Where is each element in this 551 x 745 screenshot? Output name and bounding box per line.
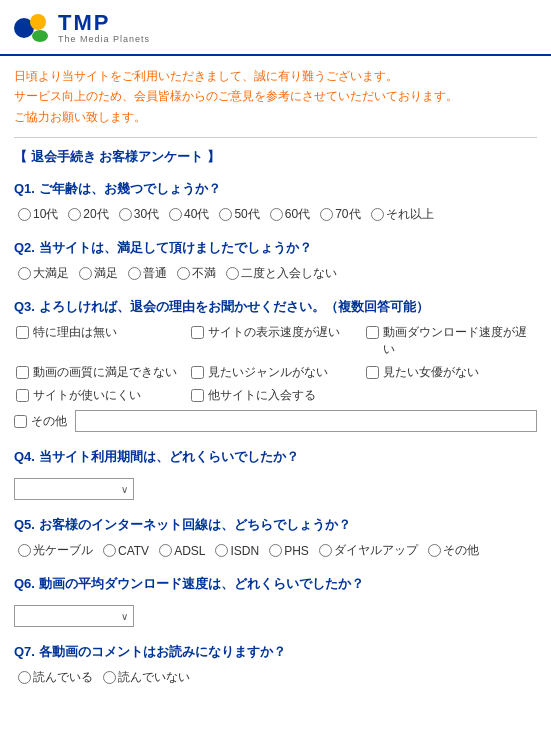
question-q5: Q5. お客様のインターネット回線は、どちらでしょうか？ 光ケーブル CATV … [0, 510, 551, 569]
q7-option-1[interactable]: 読んでいる [18, 669, 93, 686]
divider [14, 137, 537, 138]
svg-point-2 [32, 30, 48, 42]
q4-select[interactable]: 1ヶ月未満 1〜3ヶ月 3〜6ヶ月 6ヶ月〜1年 1年以上 [14, 478, 134, 500]
q5-option-5[interactable]: PHS [269, 544, 309, 558]
q2-label: Q2. 当サイトは、満足して頂けましたでしょうか？ [14, 239, 537, 257]
q5-radio-3[interactable] [159, 544, 172, 557]
q2-option-5[interactable]: 二度と入会しない [226, 265, 337, 282]
question-q3: Q3. よろしければ、退会の理由をお聞かせください。（複数回答可能） 特に理由は… [0, 292, 551, 442]
q3-check-7[interactable] [16, 389, 29, 402]
q3-check-3[interactable] [366, 326, 379, 339]
q3-option-5[interactable]: 見たいジャンルがない [191, 364, 362, 381]
q4-label: Q4. 当サイト利用期間は、どれくらいでしたか？ [14, 448, 537, 466]
q3-option-3[interactable]: 動画ダウンロード速度が遅い [366, 324, 537, 358]
q7-label: Q7. 各動画のコメントはお読みになりますか？ [14, 643, 537, 661]
q3-option-6[interactable]: 見たい女優がない [366, 364, 537, 381]
q1-option-6[interactable]: 60代 [270, 206, 310, 223]
q1-radio-group: 10代 20代 30代 40代 50代 60代 70代 それ以上 [14, 206, 537, 223]
q5-radio-group: 光ケーブル CATV ADSL ISDN PHS ダイヤルアップ その他 [14, 542, 537, 559]
q2-option-1[interactable]: 大満足 [18, 265, 69, 282]
question-q2: Q2. 当サイトは、満足して頂けましたでしょうか？ 大満足 満足 普通 不満 二… [0, 233, 551, 292]
q3-other-row: その他 [14, 410, 537, 432]
q5-radio-2[interactable] [103, 544, 116, 557]
q2-radio-2[interactable] [79, 267, 92, 280]
q4-select-wrap: 1ヶ月未満 1〜3ヶ月 3〜6ヶ月 6ヶ月〜1年 1年以上 [14, 478, 134, 500]
q5-radio-1[interactable] [18, 544, 31, 557]
question-q4: Q4. 当サイト利用期間は、どれくらいでしたか？ 1ヶ月未満 1〜3ヶ月 3〜6… [0, 442, 551, 510]
q1-option-4[interactable]: 40代 [169, 206, 209, 223]
q2-radio-5[interactable] [226, 267, 239, 280]
q3-other-input[interactable] [75, 410, 537, 432]
question-q7: Q7. 各動画のコメントはお読みになりますか？ 読んでいる 読んでいない [0, 637, 551, 696]
q1-radio-4[interactable] [169, 208, 182, 221]
q7-option-2[interactable]: 読んでいない [103, 669, 190, 686]
q1-option-2[interactable]: 20代 [68, 206, 108, 223]
q5-radio-5[interactable] [269, 544, 282, 557]
logo-sub-text: The Media Planets [58, 34, 150, 44]
q3-option-8[interactable]: 他サイトに入会する [191, 387, 362, 404]
question-q6: Q6. 動画の平均ダウンロード速度は、どれくらいでしたか？ 1Mbps未満 1〜… [0, 569, 551, 637]
q1-option-3[interactable]: 30代 [119, 206, 159, 223]
q1-radio-5[interactable] [219, 208, 232, 221]
q3-option-7[interactable]: サイトが使いにくい [16, 387, 187, 404]
q5-label: Q5. お客様のインターネット回線は、どちらでしょうか？ [14, 516, 537, 534]
q7-radio-2[interactable] [103, 671, 116, 684]
q5-radio-7[interactable] [428, 544, 441, 557]
q3-option-1[interactable]: 特に理由は無い [16, 324, 187, 358]
q3-check-8[interactable] [191, 389, 204, 402]
q6-select[interactable]: 1Mbps未満 1〜3Mbps 3〜6Mbps 6〜10Mbps 10Mbps以… [14, 605, 134, 627]
intro-line1: 日頃より当サイトをご利用いただきまして、誠に有り難うございます。 [14, 66, 537, 86]
q2-radio-1[interactable] [18, 267, 31, 280]
svg-point-1 [30, 14, 46, 30]
q1-label: Q1. ご年齢は、お幾つでしょうか？ [14, 180, 537, 198]
intro-line2: サービス向上のため、会員皆様からのご意見を参考にさせていただいております。 [14, 86, 537, 106]
section-title: 【 退会手続き お客様アンケート 】 [0, 142, 551, 174]
intro-line3: ご協力お願い致します。 [14, 107, 537, 127]
q3-check-4[interactable] [16, 366, 29, 379]
q3-option-2[interactable]: サイトの表示速度が遅い [191, 324, 362, 358]
q3-other-label: その他 [31, 413, 67, 430]
q2-radio-3[interactable] [128, 267, 141, 280]
q5-option-3[interactable]: ADSL [159, 544, 205, 558]
q7-radio-group: 読んでいる 読んでいない [14, 669, 537, 686]
q2-option-3[interactable]: 普通 [128, 265, 167, 282]
q5-radio-6[interactable] [319, 544, 332, 557]
q1-radio-7[interactable] [320, 208, 333, 221]
q6-label: Q6. 動画の平均ダウンロード速度は、どれくらいでしたか？ [14, 575, 537, 593]
q5-radio-4[interactable] [215, 544, 228, 557]
q1-radio-3[interactable] [119, 208, 132, 221]
q1-radio-6[interactable] [270, 208, 283, 221]
q3-checkbox-group: 特に理由は無い サイトの表示速度が遅い 動画ダウンロード速度が遅い 動画の画質に… [14, 324, 537, 404]
q2-radio-group: 大満足 満足 普通 不満 二度と入会しない [14, 265, 537, 282]
q2-radio-4[interactable] [177, 267, 190, 280]
intro-text: 日頃より当サイトをご利用いただきまして、誠に有り難うございます。 サービス向上の… [0, 56, 551, 133]
q3-label: Q3. よろしければ、退会の理由をお聞かせください。（複数回答可能） [14, 298, 537, 316]
logo-icon [12, 8, 52, 48]
q2-option-4[interactable]: 不満 [177, 265, 216, 282]
q3-check-5[interactable] [191, 366, 204, 379]
question-q1: Q1. ご年齢は、お幾つでしょうか？ 10代 20代 30代 40代 50代 6… [0, 174, 551, 233]
q5-option-4[interactable]: ISDN [215, 544, 259, 558]
q1-option-1[interactable]: 10代 [18, 206, 58, 223]
q5-option-6[interactable]: ダイヤルアップ [319, 542, 418, 559]
logo-text: TMP The Media Planets [58, 12, 150, 44]
q3-option-4[interactable]: 動画の画質に満足できない [16, 364, 187, 381]
logo-tmp-text: TMP [58, 12, 110, 34]
q1-option-7[interactable]: 70代 [320, 206, 360, 223]
header: TMP The Media Planets [0, 0, 551, 56]
q1-option-8[interactable]: それ以上 [371, 206, 434, 223]
q3-check-other[interactable] [14, 415, 27, 428]
q3-check-6[interactable] [366, 366, 379, 379]
q7-radio-1[interactable] [18, 671, 31, 684]
q5-option-2[interactable]: CATV [103, 544, 149, 558]
q1-radio-2[interactable] [68, 208, 81, 221]
q2-option-2[interactable]: 満足 [79, 265, 118, 282]
q1-radio-8[interactable] [371, 208, 384, 221]
q1-radio-1[interactable] [18, 208, 31, 221]
q5-option-1[interactable]: 光ケーブル [18, 542, 93, 559]
q3-check-2[interactable] [191, 326, 204, 339]
q1-option-5[interactable]: 50代 [219, 206, 259, 223]
q3-check-1[interactable] [16, 326, 29, 339]
q6-select-wrap: 1Mbps未満 1〜3Mbps 3〜6Mbps 6〜10Mbps 10Mbps以… [14, 605, 134, 627]
q5-option-7[interactable]: その他 [428, 542, 479, 559]
